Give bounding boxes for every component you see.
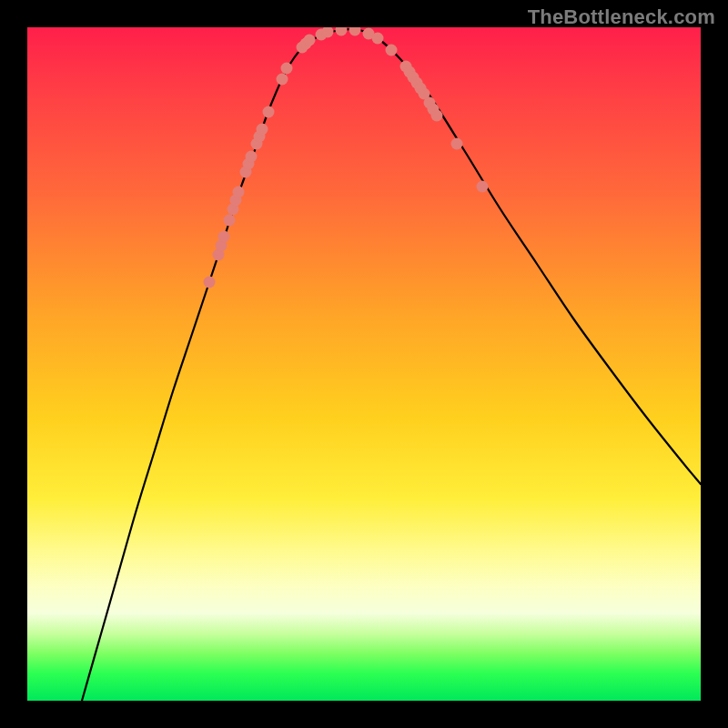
marker-dot bbox=[224, 215, 236, 227]
chart-frame: TheBottleneck.com bbox=[0, 0, 728, 728]
marker-dot bbox=[386, 45, 398, 56]
curve-svg bbox=[27, 27, 701, 701]
marker-dot bbox=[257, 124, 268, 136]
bottleneck-curve bbox=[82, 29, 701, 701]
marker-dot bbox=[204, 277, 216, 288]
marker-dot bbox=[451, 138, 463, 150]
marker-dot bbox=[263, 106, 275, 118]
marker-dots-group bbox=[204, 27, 489, 288]
gradient-plot-area bbox=[27, 27, 701, 701]
marker-dot bbox=[477, 181, 489, 193]
marker-dot bbox=[304, 35, 316, 46]
marker-dot bbox=[281, 63, 293, 75]
marker-dot bbox=[349, 27, 361, 36]
watermark-text: TheBottleneck.com bbox=[528, 5, 715, 29]
marker-dot bbox=[372, 33, 384, 45]
marker-dot bbox=[218, 231, 230, 243]
marker-dot bbox=[233, 187, 245, 198]
marker-dot bbox=[336, 27, 348, 36]
marker-dot bbox=[246, 151, 258, 163]
marker-dot bbox=[277, 74, 288, 86]
marker-dot bbox=[431, 110, 443, 122]
